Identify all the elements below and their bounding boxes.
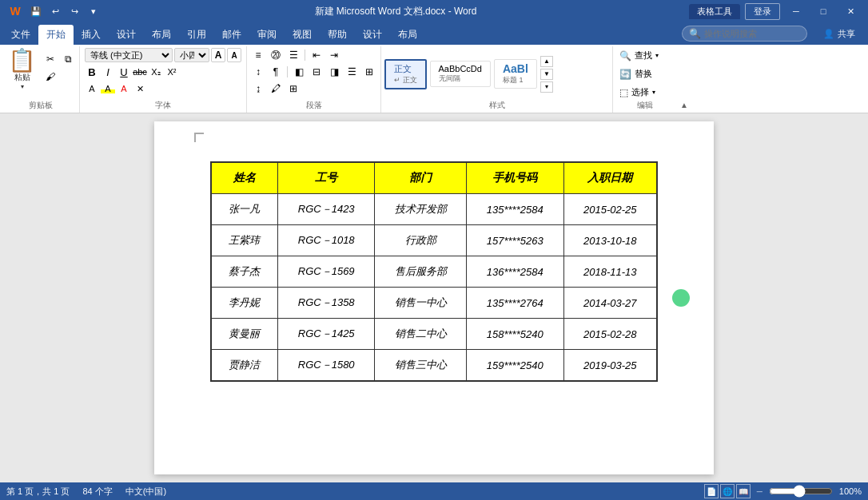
header-name: 姓名 <box>211 162 277 194</box>
tab-table-layout[interactable]: 布局 <box>390 25 425 45</box>
find-button[interactable]: 🔍 查找 ▾ <box>616 48 674 63</box>
numbering-button[interactable]: ⑳ <box>268 48 284 62</box>
tab-references[interactable]: 引用 <box>179 25 214 45</box>
replace-icon: 🔄 <box>619 69 631 80</box>
style-heading1[interactable]: AaBl 标题 1 <box>494 59 537 89</box>
tab-mailings[interactable]: 邮件 <box>214 25 249 45</box>
status-bar: 第 1 页，共 1 页 84 个字 中文(中国) 📄 🌐 📖 ─ 100% <box>0 482 868 500</box>
char-count: 84 个字 <box>82 486 112 498</box>
table-cell: 159****2540 <box>466 350 563 382</box>
align-right-button[interactable]: ◨ <box>326 65 342 79</box>
decrease-font-button[interactable]: A <box>227 48 241 62</box>
tab-design[interactable]: 设计 <box>109 25 144 45</box>
redo-qa-button[interactable]: ↪ <box>66 3 83 19</box>
font-color-button[interactable]: A <box>117 81 131 96</box>
tab-file[interactable]: 文件 <box>3 25 38 45</box>
superscript-button[interactable]: X² <box>165 65 179 79</box>
share-button[interactable]: 👤 共享 <box>817 26 862 42</box>
copy-button[interactable]: ⧉ <box>60 51 76 67</box>
tab-home[interactable]: 开始 <box>38 25 74 45</box>
distributed-button[interactable]: ⊞ <box>361 65 377 79</box>
table-cell: 销售二中心 <box>375 319 466 350</box>
collapse-icon: ▲ <box>680 101 688 109</box>
align-center-button[interactable]: ⊟ <box>309 65 325 79</box>
font-group-label: 字体 <box>80 100 246 111</box>
view-web-button[interactable]: 🌐 <box>720 484 735 498</box>
style-nospace[interactable]: AaBbCcDd 无间隔 <box>430 61 491 87</box>
replace-button[interactable]: 🔄 替换 <box>616 66 674 81</box>
table-cell: 王紫玮 <box>211 225 277 256</box>
table-cell: RGC－1569 <box>277 256 375 288</box>
line-spacing-button[interactable]: ↨ <box>250 81 266 96</box>
decrease-indent-button[interactable]: ⇤ <box>309 48 325 62</box>
select-dropdown-icon: ▾ <box>652 89 655 96</box>
table-header-row: 姓名 工号 部门 手机号码 入职日期 <box>211 162 657 194</box>
styles-scroll-down[interactable]: ▼ <box>540 69 553 80</box>
highlight-color-button[interactable]: A <box>101 81 115 96</box>
font-group: 等线 (中文正) 小四 A A B I U abc X₂ X² <box>80 46 247 113</box>
subscript-button[interactable]: X₂ <box>149 65 163 79</box>
minimize-button[interactable]: ─ <box>785 3 807 19</box>
font-name-select[interactable]: 等线 (中文正) <box>85 48 173 62</box>
show-marks-button[interactable]: ¶ <box>268 65 284 79</box>
header-phone: 手机号码 <box>466 162 563 194</box>
clipboard-sub: ✂ ⧉ 🖌 <box>42 48 76 85</box>
zoom-slider[interactable] <box>769 485 833 498</box>
clear-format-button[interactable]: ✕ <box>133 81 147 96</box>
paragraph-group-label: 段落 <box>247 100 380 111</box>
strikethrough-button[interactable]: abc <box>133 65 147 79</box>
style-normal[interactable]: 正文 ↵ 正文 <box>384 59 427 89</box>
justify-button[interactable]: ☰ <box>344 65 360 79</box>
multilevel-list-button[interactable]: ☰ <box>285 48 301 62</box>
login-button[interactable]: 登录 <box>745 3 780 20</box>
styles-scroll-up[interactable]: ▲ <box>540 56 553 67</box>
table-cell: 技术开发部 <box>375 194 466 225</box>
paste-button[interactable]: 📋 粘贴 ▾ <box>5 48 39 92</box>
style-heading1-label: 标题 1 <box>503 75 528 85</box>
replace-label: 替换 <box>635 68 652 80</box>
paste-dropdown-icon[interactable]: ▾ <box>21 83 24 90</box>
view-reader-button[interactable]: 📖 <box>736 484 751 498</box>
increase-font-button[interactable]: A <box>211 48 225 62</box>
tab-table-design[interactable]: 设计 <box>355 25 390 45</box>
underline-button[interactable]: U <box>117 65 131 79</box>
view-print-button[interactable]: 📄 <box>704 484 719 498</box>
restore-button[interactable]: □ <box>812 3 834 19</box>
table-tools-tab[interactable]: 表格工具 <box>689 4 740 19</box>
table-row: 张一凡RGC－1423技术开发部135****25842015-02-25 <box>211 194 657 225</box>
table-row: 贾静洁RGC－1580销售三中心159****25402019-03-25 <box>211 350 657 382</box>
table-cell: 行政部 <box>375 225 466 256</box>
select-button[interactable]: ⬚ 选择 ▾ <box>616 85 674 100</box>
document-page: 姓名 工号 部门 手机号码 入职日期 张一凡RGC－1423技术开发部135**… <box>154 121 714 474</box>
increase-indent-button[interactable]: ⇥ <box>326 48 342 62</box>
table-cell: 黄曼丽 <box>211 319 277 350</box>
undo-qa-button[interactable]: ↩ <box>46 3 64 19</box>
paste-label: 粘贴 <box>14 72 30 83</box>
format-painter-button[interactable]: 🖌 <box>42 69 58 85</box>
styles-more-button[interactable]: ▾ <box>540 81 553 93</box>
align-left-button[interactable]: ◧ <box>291 65 307 79</box>
tab-view[interactable]: 视图 <box>285 25 320 45</box>
status-right: 📄 🌐 📖 ─ 100% <box>704 484 862 498</box>
tab-insert[interactable]: 插入 <box>74 25 109 45</box>
fill-color-button[interactable]: 🖍 <box>268 81 284 96</box>
tab-review[interactable]: 审阅 <box>249 25 285 45</box>
sort-button[interactable]: ↕ <box>250 65 266 79</box>
font-size-select[interactable]: 小四 <box>174 48 209 62</box>
italic-button[interactable]: I <box>101 65 115 79</box>
tab-layout[interactable]: 布局 <box>144 25 179 45</box>
bullets-button[interactable]: ≡ <box>250 48 266 62</box>
save-qa-button[interactable]: 💾 <box>27 3 45 19</box>
tab-help[interactable]: 帮助 <box>320 25 355 45</box>
search-input[interactable] <box>704 29 800 38</box>
clipboard-group: 📋 粘贴 ▾ ✂ ⧉ 🖌 剪贴板 <box>2 46 80 113</box>
header-id: 工号 <box>277 162 375 194</box>
bold-button[interactable]: B <box>85 65 99 79</box>
text-effects-button[interactable]: A <box>85 81 99 96</box>
close-button[interactable]: ✕ <box>839 3 862 19</box>
collapse-ribbon-button[interactable]: ▲ <box>677 46 691 113</box>
cut-button[interactable]: ✂ <box>42 51 58 67</box>
customize-qa-button[interactable]: ▾ <box>85 3 102 19</box>
header-date: 入职日期 <box>563 162 657 194</box>
border-button[interactable]: ⊞ <box>285 81 301 96</box>
